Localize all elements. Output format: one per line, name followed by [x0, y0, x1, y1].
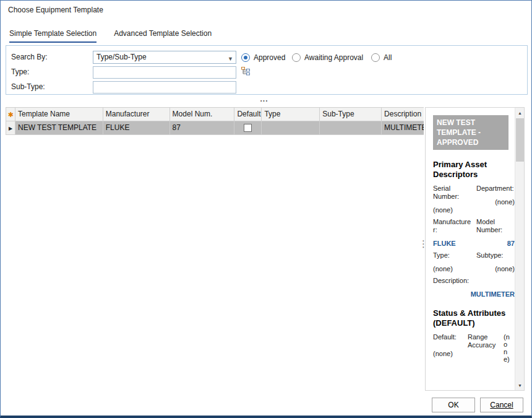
radio-all-label: All	[384, 53, 392, 62]
ok-button[interactable]: OK	[432, 398, 475, 412]
scroll-down-icon[interactable]: ▼	[515, 380, 525, 390]
grid-indicator-header: ✱	[6, 108, 15, 121]
scroll-up-icon[interactable]: ▲	[515, 108, 525, 118]
default-checkbox[interactable]	[244, 124, 252, 132]
field-model-number: Model Number: 87	[476, 218, 515, 248]
radio-all[interactable]: All	[371, 53, 392, 63]
column-header-default[interactable]: Default	[234, 108, 262, 121]
chevron-down-icon: ▼	[228, 53, 233, 65]
details-header: NEW TEST TEMPLATE - APPROVED	[433, 115, 508, 150]
type-input[interactable]	[93, 66, 236, 79]
choose-equipment-template-dialog: Choose Equipment Template Simple Templat…	[0, 0, 532, 418]
search-by-dropdown[interactable]: Type/Sub-Type ▼	[93, 51, 236, 64]
radio-awaiting-approval-label: Awaiting Approval	[304, 53, 363, 62]
radio-approved[interactable]: Approved	[241, 53, 285, 63]
radio-awaiting-approval-icon	[292, 53, 301, 62]
tab-simple-template-selection[interactable]: Simple Template Selection	[9, 29, 97, 43]
column-header-template-name[interactable]: Template Name	[15, 108, 103, 121]
tab-advanced-template-selection[interactable]: Advanced Template Selection	[114, 29, 212, 43]
radio-approved-label: Approved	[254, 53, 285, 62]
panel-collapse-splitter[interactable]: ...	[1, 95, 528, 103]
column-header-manufacturer[interactable]: Manufacturer	[103, 108, 170, 121]
radio-all-icon	[371, 53, 380, 62]
details-panel-splitter[interactable]: ⋮	[419, 240, 424, 258]
row-indicator-cell: ▶	[6, 121, 15, 135]
cell-manufacturer[interactable]: FLUKE	[103, 121, 170, 135]
field-department: Department: (none)	[476, 185, 515, 214]
cell-model-num[interactable]: 87	[170, 121, 235, 135]
field-manufacturer: Manufacturer: FLUKE	[433, 218, 471, 248]
status-attributes-heading: Status & Attributes (DEFAULT)	[433, 308, 513, 328]
field-description: Description: MULTIMETER	[433, 277, 515, 298]
cancel-button[interactable]: Cancel	[480, 398, 523, 412]
status-fields: Default: (none) Range Accuracy (none)	[433, 333, 513, 363]
search-by-label: Search By:	[11, 51, 48, 64]
tab-strip: Simple Template Selection Advanced Templ…	[9, 29, 212, 43]
sub-type-label: Sub-Type:	[11, 81, 45, 94]
hierarchy-tree-icon	[241, 69, 252, 78]
details-panel: NEW TEST TEMPLATE - APPROVED Primary Ass…	[425, 107, 525, 391]
row-pointer-icon: ▶	[9, 126, 12, 131]
radio-awaiting-approval[interactable]: Awaiting Approval	[292, 53, 363, 63]
dialog-title: Choose Equipment Template	[8, 6, 103, 14]
search-panel: Search By: Type/Sub-Type ▼ Approved Awai…	[6, 45, 528, 95]
details-scrollbar[interactable]: ▲ ▼	[515, 108, 524, 390]
type-hierarchy-lookup-button[interactable]	[240, 66, 252, 77]
column-header-model-num[interactable]: Model Num.	[170, 108, 235, 121]
cell-default	[234, 121, 262, 135]
field-type: Type: (none)	[433, 251, 471, 273]
column-header-type[interactable]: Type	[262, 108, 320, 121]
primary-descriptors-fields: Serial Number: (none) Department: (none)…	[433, 185, 513, 298]
column-header-sub-type[interactable]: Sub-Type	[320, 108, 382, 121]
field-subtype: Subtype: (none)	[476, 251, 515, 273]
new-row-asterisk-icon: ✱	[7, 111, 13, 118]
scrollbar-thumb[interactable]	[516, 118, 524, 162]
type-label: Type:	[11, 66, 29, 79]
column-header-description[interactable]: Description	[382, 108, 424, 121]
field-default: Default: (none)	[433, 333, 463, 363]
details-content: NEW TEST TEMPLATE - APPROVED Primary Ass…	[426, 108, 515, 390]
field-range-accuracy-value: (none)	[504, 333, 511, 363]
radio-approved-icon	[241, 53, 250, 62]
cell-template-name[interactable]: NEW TEST TEMPLATE	[15, 121, 103, 135]
table-row[interactable]: ▶ NEW TEST TEMPLATE FLUKE 87 MULTIMETER	[6, 121, 424, 135]
sub-type-input[interactable]	[93, 81, 236, 94]
field-range-accuracy-label: Range Accuracy	[468, 333, 499, 363]
cell-description[interactable]: MULTIMETER	[382, 121, 424, 135]
grid-header-row: ✱ Template Name Manufacturer Model Num. …	[6, 108, 424, 121]
field-serial-number: Serial Number: (none)	[433, 185, 471, 214]
cell-type[interactable]	[262, 121, 320, 135]
cell-sub-type[interactable]	[320, 121, 382, 135]
search-by-selected-value: Type/Sub-Type	[97, 53, 147, 61]
primary-descriptors-heading: Primary Asset Descriptors	[433, 160, 513, 180]
templates-grid: ✱ Template Name Manufacturer Model Num. …	[6, 107, 424, 135]
